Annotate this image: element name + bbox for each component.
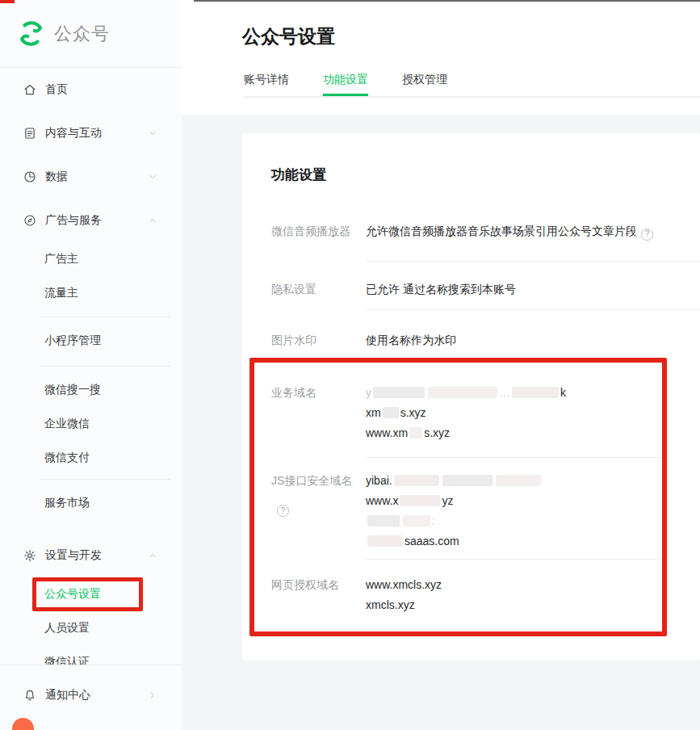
redacted-blur-patch (428, 387, 497, 398)
sidebar: 公众号 首页内容与互动数据广告与服务广告主流量主小程序管理微信搜一搜企业微信微信… (0, 0, 182, 730)
sidebar-item-10[interactable]: 企业微信 (0, 407, 182, 441)
app-window: 公众号 首页内容与互动数据广告与服务广告主流量主小程序管理微信搜一搜企业微信微信… (0, 0, 700, 730)
redacted-blur-patch (400, 495, 440, 506)
setting-value: yibai.www.xyz:saaas.com (366, 471, 700, 552)
sidebar-item-label: 数据 (45, 170, 68, 184)
setting-label: JS接口安全域名? (271, 471, 366, 552)
home-icon (23, 82, 37, 97)
artifact-top-line (194, 0, 700, 2)
tab-2[interactable]: 授权管理 (402, 73, 447, 96)
row-divider (366, 261, 700, 262)
sidebar-item-notification-center[interactable]: 通知中心 (0, 673, 182, 717)
tab-bar: 账号详情功能设置授权管理 (244, 72, 700, 98)
sidebar-item-11[interactable]: 微信支付 (0, 441, 182, 475)
value-line: saaas.com (366, 531, 700, 552)
sidebar-nav: 首页内容与互动数据广告与服务广告主流量主小程序管理微信搜一搜企业微信微信支付服务… (0, 68, 182, 679)
sidebar-item-3[interactable]: 广告与服务 (0, 199, 182, 242)
value-text: www.xmcls.xyz (366, 578, 442, 591)
sidebar-divider (40, 479, 170, 480)
value-line: www.xyz (366, 491, 700, 511)
logo-text: 公众号 (54, 22, 110, 46)
tab-0[interactable]: 账号详情 (244, 73, 289, 96)
redacted-faint-text: : (432, 514, 435, 527)
sidebar-item-label: 微信支付 (44, 451, 90, 465)
sidebar-item-1[interactable]: 内容与互动 (0, 111, 182, 155)
main-header: 公众号设置 账号详情功能设置授权管理 (182, 0, 700, 115)
setting-value: y…kxms.xyzwww.xms.xyz (366, 383, 700, 443)
sidebar-item-15[interactable]: 设置与开发 (0, 534, 182, 577)
value-text: 已允许 通过名称搜索到本账号 (366, 283, 516, 296)
redacted-faint-text: y (366, 386, 371, 399)
redacted-blur-patch (512, 387, 559, 398)
row-divider (366, 457, 663, 458)
sidebar-divider (40, 317, 170, 317)
question-icon[interactable]: ? (641, 229, 653, 241)
value-text: xmcls.xyz (366, 598, 415, 611)
value-line: xmcls.xyz (366, 595, 700, 615)
value-text: 使用名称作为水印 (366, 334, 456, 346)
sidebar-item-17[interactable]: 人员设置 (0, 611, 182, 645)
redacted-blur-patch (373, 387, 425, 398)
chevron-down-icon (148, 128, 157, 138)
sidebar-item-label: 人员设置 (44, 621, 90, 636)
artifact-red-corner (0, 0, 15, 3)
sidebar-item-label: 广告与服务 (45, 213, 102, 228)
bell-icon (23, 688, 37, 703)
setting-value: www.xmcls.xyzxmcls.xyz (366, 575, 700, 615)
setting-value: 使用名称作为水印 (366, 332, 700, 348)
redacted-blur-patch (367, 515, 400, 527)
sidebar-item-13[interactable]: 服务市场 (0, 486, 182, 520)
setting-value: 允许微信音频播放器音乐故事场景引用公众号文章片段? (366, 223, 700, 241)
sidebar-item-label: 首页 (45, 82, 68, 97)
setting-label-text: 图片水印 (271, 334, 316, 346)
question-icon[interactable]: ? (277, 505, 289, 517)
value-line: 已允许 通过名称搜索到本账号 (366, 281, 700, 297)
setting-label: 图片水印 (271, 332, 366, 348)
sidebar-item-7[interactable]: 小程序管理 (0, 324, 182, 358)
redacted-blur-patch (409, 427, 422, 438)
logo-row[interactable]: 公众号 (0, 0, 182, 68)
setting-label-text: 网页授权域名 (271, 578, 339, 591)
sidebar-item-label: 公众号设置 (44, 587, 101, 602)
setting-row-3: 业务域名 y…kxms.xyzwww.xms.xyz (271, 383, 700, 443)
value-text: yibai. (366, 474, 392, 487)
sidebar-item-label: 流量主 (44, 286, 78, 300)
redacted-blur-patch (394, 475, 439, 486)
value-line: 使用名称作为水印 (366, 332, 700, 348)
tab-1[interactable]: 功能设置 (323, 73, 368, 96)
setting-value: 已允许 通过名称搜索到本账号 (366, 281, 700, 297)
value-text: www.x (366, 494, 398, 507)
setting-label: 微信音频播放器 (271, 223, 366, 241)
data-icon (23, 170, 37, 184)
setting-label-text: 隐私设置 (271, 283, 316, 296)
sidebar-item-5[interactable]: 流量主 (0, 276, 182, 310)
redacted-blur-patch (442, 475, 493, 486)
sidebar-item-label: 小程序管理 (44, 334, 101, 348)
redacted-blur-patch (403, 515, 430, 527)
chevron-up-icon (148, 551, 157, 560)
sidebar-item-9[interactable]: 微信搜一搜 (0, 373, 182, 407)
page-title: 公众号设置 (242, 24, 335, 49)
sidebar-item-16[interactable]: 公众号设置 (0, 577, 182, 611)
value-text: s.xyz (424, 426, 450, 439)
redacted-blur-patch (367, 535, 403, 547)
sidebar-item-label: 服务市场 (44, 496, 90, 510)
value-text: saaas.com (404, 535, 459, 548)
redacted-faint-text: … (499, 386, 510, 399)
setting-label: 业务域名 (271, 383, 366, 443)
row-divider (366, 309, 700, 310)
ads-icon (23, 213, 37, 228)
value-line: www.xms.xyz (366, 423, 700, 443)
sidebar-item-4[interactable]: 广告主 (0, 242, 182, 276)
setting-label: 网页授权域名 (271, 575, 366, 615)
setting-label-text: 微信音频播放器 (271, 224, 350, 237)
sidebar-item-label: 通知中心 (45, 688, 90, 703)
official-account-swirl-icon (16, 19, 46, 48)
settings-rows: 微信音频播放器 允许微信音频播放器音乐故事场景引用公众号文章片段?隐私设置 已允… (271, 223, 700, 615)
sidebar-item-0[interactable]: 首页 (0, 68, 182, 111)
chevron-right-icon (148, 690, 157, 700)
setting-label-text: 业务域名 (271, 386, 316, 399)
redacted-blur-patch (496, 475, 541, 486)
sidebar-item-2[interactable]: 数据 (0, 155, 182, 199)
value-line: www.xmcls.xyz (366, 575, 700, 595)
